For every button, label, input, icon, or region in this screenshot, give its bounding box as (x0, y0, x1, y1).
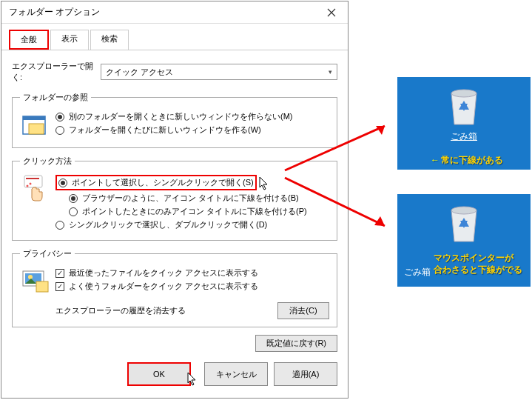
ok-button[interactable]: OK (127, 362, 191, 386)
recycle-bin-label: ごみ箱 (404, 266, 431, 279)
svg-rect-2 (29, 124, 44, 134)
click-method-legend: クリック方法 (20, 156, 75, 167)
close-icon (327, 8, 336, 17)
radio-label: ポイントして選択し、シングルクリックで開く(S) (72, 177, 254, 188)
svg-point-5 (27, 185, 29, 187)
radio-icon (55, 126, 64, 135)
check-label: よく使うフォルダーをクイック アクセスに表示する (69, 281, 258, 292)
close-button[interactable] (314, 1, 348, 24)
select-value: クイック アクセス (106, 67, 173, 78)
picture-frame-icon (20, 265, 51, 296)
checkbox-icon (55, 282, 64, 291)
radio-label: 別のフォルダーを開くときに新しいウィンドウを作らない(M) (69, 111, 293, 122)
clear-history-label: エクスプローラーの履歴を消去する (55, 305, 186, 316)
radio-label: ポイントしたときにのみアイコン タイトルに下線を付ける(P) (82, 206, 307, 217)
restore-row: 既定値に戻す(R) (12, 335, 337, 352)
svg-line-13 (285, 126, 385, 170)
explorer-open-select[interactable]: クイック アクセス ▾ (101, 64, 337, 80)
cancel-button[interactable]: キャンセル (204, 362, 268, 386)
check-recent-files[interactable]: 最近使ったファイルをクイック アクセスに表示する (55, 267, 329, 279)
tab-search[interactable]: 検索 (90, 30, 129, 50)
hand-click-icon (20, 173, 51, 204)
check-frequent-folders[interactable]: よく使うフォルダーをクイック アクセスに表示する (55, 281, 329, 292)
explorer-open-label: エクスプローラーで開く: (12, 61, 101, 83)
svg-point-6 (30, 183, 32, 185)
svg-point-11 (451, 90, 477, 97)
tab-bar: 全般 表示 検索 (1, 24, 348, 50)
checkbox-icon (55, 269, 64, 278)
annotation-always-underline: ←常に下線がある (431, 154, 503, 167)
recycle-bin-icon (445, 84, 482, 127)
radio-label: ブラウザーのように、アイコン タイトルに下線を付ける(B) (82, 193, 299, 204)
tab-general[interactable]: 全般 (9, 30, 49, 50)
radio-label: シングルクリックで選択し、ダブルクリックで開く(D) (69, 219, 267, 230)
radio-icon (55, 113, 64, 121)
dialog-buttons: OK キャンセル 適用(A) (117, 355, 348, 393)
explorer-open-row: エクスプローラーで開く: クイック アクセス ▾ (12, 61, 337, 83)
radio-single-click[interactable]: ポイントして選択し、シングルクリックで開く(S) (58, 177, 254, 188)
svg-rect-1 (23, 116, 45, 120)
svg-point-12 (451, 207, 477, 214)
privacy-group: プライバシー 最近使ったファイルをクイック アクセスに表示する (12, 248, 337, 327)
arrow-left-icon: ← (431, 155, 440, 165)
radio-label: フォルダーを開くたびに新しいウィンドウを作る(W) (69, 124, 261, 136)
svg-line-15 (285, 178, 385, 226)
clear-button[interactable]: 消去(C) (277, 302, 329, 319)
folder-window-icon (20, 109, 51, 140)
radio-icon (69, 207, 78, 216)
titlebar: フォルダー オプション (1, 1, 348, 24)
clear-history-row: エクスプローラーの履歴を消去する 消去(C) (20, 302, 329, 319)
privacy-legend: プライバシー (20, 248, 75, 259)
svg-point-9 (28, 275, 33, 279)
radio-icon (69, 194, 78, 203)
tab-view[interactable]: 表示 (50, 30, 89, 50)
folder-browse-legend: フォルダーの参照 (20, 92, 91, 103)
check-label: 最近使ったファイルをクイック アクセスに表示する (69, 267, 258, 279)
chevron-down-icon: ▾ (329, 68, 332, 76)
svg-rect-10 (36, 281, 48, 292)
radio-icon (58, 179, 67, 187)
annotation-hover-underline: マウスポインターが 合わさると下線がでる (434, 252, 522, 276)
restore-defaults-button[interactable]: 既定値に戻す(R) (255, 335, 337, 352)
red-arrow-icon (281, 119, 400, 178)
cursor-arrow-icon (186, 371, 198, 386)
recycle-bin-icon (445, 201, 482, 244)
window-title: フォルダー オプション (9, 6, 100, 19)
apply-button[interactable]: 適用(A) (274, 362, 337, 386)
recycle-bin-label: ごみ箱 (451, 130, 477, 143)
red-arrow-icon (281, 170, 400, 237)
cursor-arrow-icon (258, 176, 270, 190)
radio-icon (55, 221, 64, 230)
